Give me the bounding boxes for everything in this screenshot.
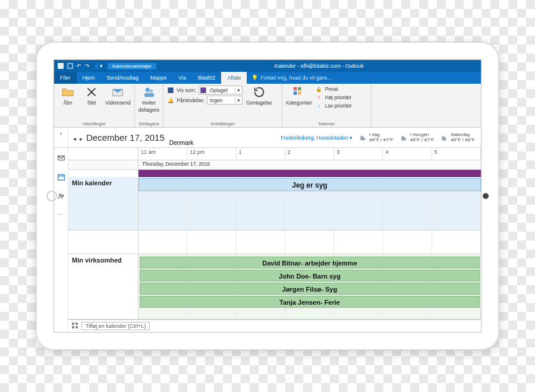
forward-label: Videresend	[105, 100, 131, 106]
private-button[interactable]: 🔒 Privat	[316, 86, 351, 93]
reminder-combo[interactable]: Ingen ▾	[207, 96, 243, 105]
show-as-combo[interactable]: Optaget ▾	[199, 86, 243, 94]
ribbon-group-handlinger: Åbn Slet Videresend Ha	[54, 84, 135, 127]
event-sick[interactable]: Jeg er syg	[139, 178, 481, 191]
tab-filer[interactable]: Filer	[54, 72, 77, 84]
categorize-button[interactable]: Kategoriser	[286, 86, 311, 106]
weather-day-3[interactable]: Saturday49°F / 48°F	[440, 132, 475, 143]
contextual-tab-label: Kalenderværktøjer	[108, 63, 156, 69]
tab-aftale[interactable]: Aftale	[221, 72, 247, 84]
delete-button[interactable]: Slet	[81, 86, 102, 106]
cloud-icon	[399, 134, 408, 142]
redo-icon[interactable]: ↷	[85, 63, 90, 69]
svg-point-3	[149, 89, 152, 93]
chevron-right-icon[interactable]: ›	[60, 130, 62, 137]
next-day-button[interactable]: ▸	[80, 135, 83, 142]
title-bar: ↶ ↷ 👤▾ Kalenderværktøjer Kalender - efh@…	[54, 60, 481, 72]
current-date[interactable]: December 17, 2015	[86, 132, 165, 143]
quick-access-toolbar: ↶ ↷ 👤▾	[58, 63, 103, 69]
svg-point-12	[59, 194, 61, 197]
reminder-value: Ingen	[207, 97, 235, 103]
low-priority-button[interactable]: ↓ Lav prioritet	[316, 102, 351, 109]
tab-bitabiz[interactable]: BitaBIZ	[192, 72, 222, 84]
svg-rect-1	[68, 64, 73, 68]
show-as-row[interactable]: Vis som: Optaget ▾	[167, 86, 243, 94]
calendar-footer: Tilføj en kalender (Ctrl+L)	[68, 320, 481, 332]
ribbon-group-deltagere: Inviter deltagere Deltagere	[135, 84, 163, 127]
open-button[interactable]: Åbn	[58, 86, 78, 106]
invite-attendees-button[interactable]: Inviter deltagere	[139, 86, 159, 113]
show-as-value: Optaget	[207, 87, 235, 93]
delete-label: Slet	[87, 100, 96, 106]
svg-point-13	[61, 195, 63, 197]
weather-day-2[interactable]: I morgen49°F / 47°F	[399, 132, 435, 143]
chevron-down-icon[interactable]: ▾	[235, 97, 242, 103]
svg-rect-8	[298, 91, 301, 95]
rain-icon	[358, 134, 367, 142]
tablet-home-button[interactable]	[46, 191, 57, 201]
window-title: Kalender - efh@bitabiz.com - Outlook	[161, 63, 477, 69]
prev-day-button[interactable]: ◂	[73, 135, 76, 142]
outlook-window: ↶ ↷ 👤▾ Kalenderværktøjer Kalender - efh@…	[54, 59, 482, 333]
save-icon[interactable]	[67, 63, 73, 69]
high-priority-button[interactable]: ! Høj prioritet	[316, 94, 351, 101]
biz-event[interactable]: John Doe- Barn syg	[140, 270, 480, 282]
day-label: Thursday, December 17, 2015	[139, 160, 213, 169]
mail-icon[interactable]	[57, 154, 65, 162]
row-body-my-calendar[interactable]: Jeg er syg	[139, 177, 481, 230]
calendar-grid: 11 am 12 pm 1 2 3 4 5 Thursday, December…	[68, 148, 481, 332]
tablet-frame: ↶ ↷ 👤▾ Kalenderværktøjer Kalender - efh@…	[36, 42, 499, 350]
tab-mappe[interactable]: Mappe	[144, 72, 173, 84]
profile-icon[interactable]: 👤▾	[93, 63, 103, 69]
tab-vis[interactable]: Vis	[173, 72, 192, 84]
all-day-bar[interactable]	[139, 170, 481, 177]
tell-me-search[interactable]: 💡 Fortæl mig, hvad du vil gøre...	[247, 72, 336, 84]
people-icon[interactable]	[57, 192, 65, 200]
low-priority-icon: ↓	[316, 102, 323, 109]
time-col: 12 pm	[187, 148, 236, 160]
biz-event[interactable]: Jørgen Filsø- Syg	[140, 283, 480, 295]
categorize-icon	[292, 86, 306, 99]
weather-location[interactable]: Frederiksberg, Hovedstaden ▾	[281, 135, 353, 141]
invite-label-1: Inviter	[142, 100, 156, 106]
categorize-label: Kategoriser	[286, 100, 311, 106]
private-label: Privat	[325, 86, 338, 92]
forward-button[interactable]: Videresend	[105, 86, 131, 106]
calendar-area: ⋯ 11 am 12 pm 1 2 3 4 5	[54, 148, 481, 332]
date-bar: › ◂ ▸ December 17, 2015 Denmark Frederik…	[54, 128, 481, 148]
time-col: 1	[237, 148, 285, 160]
low-priority-label: Lav prioritet	[325, 103, 351, 109]
chevron-down-icon[interactable]: ▾	[235, 87, 242, 93]
biz-event[interactable]: Tanja Jensen- Ferie	[140, 296, 480, 308]
tab-hjem[interactable]: Hjem	[77, 72, 101, 84]
reminder-row[interactable]: 🔔 Påmindelse: Ingen ▾	[167, 96, 243, 105]
biz-event[interactable]: David Bitnar- arbejder hjemme	[140, 257, 480, 268]
weather-bar: Frederiksberg, Hovedstaden ▾ I dag49°F /…	[281, 132, 481, 143]
svg-rect-17	[75, 326, 78, 328]
date-sublabel: Denmark	[169, 140, 194, 147]
time-col: 3	[334, 148, 383, 160]
high-priority-icon: !	[316, 94, 323, 101]
group-label-deltagere: Deltagere	[139, 121, 159, 127]
svg-point-2	[145, 88, 149, 92]
app-icon	[58, 63, 64, 69]
tab-sendmodtag[interactable]: Send/modtag	[101, 72, 145, 84]
people-icon	[143, 86, 156, 99]
add-calendar-input[interactable]: Tilføj en kalender (Ctrl+L)	[81, 322, 150, 330]
undo-icon[interactable]: ↶	[77, 63, 81, 69]
svg-rect-16	[72, 326, 74, 328]
calendar-icon[interactable]	[57, 173, 65, 181]
nav-rail: ⋯	[54, 148, 68, 332]
tablet-camera	[483, 193, 489, 199]
more-icon[interactable]: ⋯	[57, 211, 65, 219]
reminder-label: Påmindelse:	[177, 97, 204, 103]
svg-rect-14	[72, 323, 74, 325]
calendar-row-my-business: Min virksomhed David Bitnar- arbejder hj…	[68, 254, 481, 320]
row-body-my-business[interactable]: David Bitnar- arbejder hjemme John Doe- …	[139, 254, 481, 319]
weather-day-1[interactable]: I dag49°F / 47°F	[358, 132, 394, 143]
time-col: 11 am	[139, 148, 187, 160]
time-col: 5	[432, 148, 481, 160]
time-header: 11 am 12 pm 1 2 3 4 5	[68, 148, 481, 160]
recurrence-label: Gentagelse	[246, 100, 272, 106]
recurrence-button[interactable]: Gentagelse	[246, 86, 272, 106]
